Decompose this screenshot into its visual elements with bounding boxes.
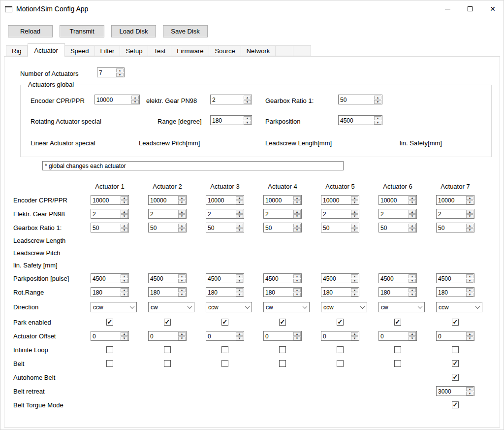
belt-checkbox-4[interactable] <box>279 360 286 367</box>
spin-up-button[interactable]: ▲ <box>409 196 416 200</box>
spin-up-button[interactable]: ▲ <box>466 332 473 336</box>
actuator-offset-spinner-2[interactable]: 0▲▼ <box>148 331 187 341</box>
number-of-actuators-spinner[interactable]: 7▲▼ <box>97 67 125 77</box>
actuator-offset-spinner-6[interactable]: 0▲▼ <box>378 331 417 341</box>
actuator-offset-spinner-3[interactable]: 0▲▼ <box>206 331 244 341</box>
spin-down-button[interactable]: ▼ <box>466 279 473 283</box>
belt-checkbox-6[interactable] <box>394 360 401 367</box>
spin-up-button[interactable]: ▲ <box>351 210 358 214</box>
infinite-loop-checkbox-2[interactable] <box>164 346 171 353</box>
range-degree-global-spinner[interactable]: 180▲▼ <box>210 115 252 125</box>
spin-up-button[interactable]: ▲ <box>121 210 128 214</box>
spin-up-button[interactable]: ▲ <box>178 332 186 336</box>
parkposition-pulse-spinner-5[interactable]: 4500▲▼ <box>321 273 359 283</box>
belt-retreat-spinner-7[interactable]: 3000▲▼ <box>436 386 474 396</box>
tab-test[interactable]: Test <box>148 45 171 56</box>
elektr-gear-pn98-global-spinner[interactable]: 2▲▼ <box>210 95 252 104</box>
rot-range-spinner-4[interactable]: 180▲▼ <box>263 287 302 297</box>
spin-down-button[interactable]: ▼ <box>293 279 301 283</box>
park-enabled-checkbox-7[interactable]: ✓ <box>452 319 459 326</box>
parkposition-pulse-spinner-3[interactable]: 4500▲▼ <box>206 273 244 283</box>
spin-down-button[interactable]: ▼ <box>236 293 243 297</box>
spin-down-button[interactable]: ▼ <box>121 228 128 232</box>
gearbox-ratio-1-spinner-1[interactable]: 50▲▼ <box>91 223 129 232</box>
spin-down-button[interactable]: ▼ <box>121 293 128 297</box>
spin-down-button[interactable]: ▼ <box>236 228 243 232</box>
spin-down-button[interactable]: ▼ <box>121 336 128 340</box>
spin-down-button[interactable]: ▼ <box>131 100 139 104</box>
spin-down-button[interactable]: ▼ <box>293 336 301 340</box>
parkposition-pulse-spinner-2[interactable]: 4500▲▼ <box>148 273 187 283</box>
infinite-loop-checkbox-4[interactable] <box>279 346 286 353</box>
spin-up-button[interactable]: ▲ <box>236 210 243 214</box>
spin-up-button[interactable]: ▲ <box>351 196 358 200</box>
belt-checkbox-1[interactable] <box>106 360 113 367</box>
spin-up-button[interactable]: ▲ <box>121 288 128 292</box>
spin-up-button[interactable]: ▲ <box>409 224 416 228</box>
spin-down-button[interactable]: ▼ <box>351 214 358 218</box>
save-disk-button[interactable]: Save Disk <box>163 25 208 37</box>
gearbox-ratio-1-spinner-4[interactable]: 50▲▼ <box>263 223 302 232</box>
spin-up-button[interactable]: ▲ <box>293 288 301 292</box>
spin-up-button[interactable]: ▲ <box>121 196 128 200</box>
spin-down-button[interactable]: ▼ <box>466 200 473 204</box>
spin-down-button[interactable]: ▼ <box>121 200 128 204</box>
spin-down-button[interactable]: ▼ <box>121 214 128 218</box>
spin-up-button[interactable]: ▲ <box>293 196 301 200</box>
elektr-gear-pn98-spinner-6[interactable]: 2▲▼ <box>378 209 417 219</box>
spin-down-button[interactable]: ▼ <box>351 228 358 232</box>
direction-dropdown-4[interactable]: cw <box>263 302 310 312</box>
park-enabled-checkbox-1[interactable]: ✓ <box>106 319 113 326</box>
tab-source[interactable]: Source <box>209 45 241 56</box>
spin-up-button[interactable]: ▲ <box>116 68 124 72</box>
spin-down-button[interactable]: ▼ <box>351 336 358 340</box>
minimize-button[interactable] <box>436 0 459 18</box>
spin-up-button[interactable]: ▲ <box>409 332 416 336</box>
spin-down-button[interactable]: ▼ <box>236 200 243 204</box>
infinite-loop-checkbox-7[interactable] <box>452 346 459 353</box>
spin-down-button[interactable]: ▼ <box>466 228 473 232</box>
spin-up-button[interactable]: ▲ <box>178 224 186 228</box>
rot-range-spinner-3[interactable]: 180▲▼ <box>206 287 244 297</box>
spin-down-button[interactable]: ▼ <box>236 279 243 283</box>
encoder-cpr-ppr-spinner-1[interactable]: 10000▲▼ <box>91 195 129 205</box>
encoder-cpr-ppr-global-spinner[interactable]: 10000▲▼ <box>94 95 140 104</box>
gearbox-ratio-1-spinner-2[interactable]: 50▲▼ <box>148 223 187 232</box>
direction-dropdown-6[interactable]: cw <box>378 302 425 312</box>
spin-down-button[interactable]: ▼ <box>116 73 124 77</box>
spin-up-button[interactable]: ▲ <box>293 210 301 214</box>
spin-down-button[interactable]: ▼ <box>409 214 416 218</box>
spin-down-button[interactable]: ▼ <box>466 293 473 297</box>
elektr-gear-pn98-spinner-7[interactable]: 2▲▼ <box>436 209 474 219</box>
tab-empty-9[interactable] <box>276 45 293 56</box>
parkposition-pulse-spinner-6[interactable]: 4500▲▼ <box>378 273 417 283</box>
global-note-input[interactable]: * global changes each actuator <box>42 161 344 170</box>
tab-rig[interactable]: Rig <box>6 45 28 56</box>
spin-down-button[interactable]: ▼ <box>374 100 381 104</box>
actuator-offset-spinner-5[interactable]: 0▲▼ <box>321 331 359 341</box>
spin-down-button[interactable]: ▼ <box>236 336 243 340</box>
rot-range-spinner-5[interactable]: 180▲▼ <box>321 287 359 297</box>
spin-down-button[interactable]: ▼ <box>351 200 358 204</box>
maximize-button[interactable] <box>459 0 481 18</box>
park-enabled-checkbox-2[interactable]: ✓ <box>164 319 171 326</box>
spin-up-button[interactable]: ▲ <box>293 332 301 336</box>
spin-up-button[interactable]: ▲ <box>121 332 128 336</box>
spin-up-button[interactable]: ▲ <box>466 387 473 391</box>
rot-range-spinner-2[interactable]: 180▲▼ <box>148 287 187 297</box>
spin-down-button[interactable]: ▼ <box>244 121 251 125</box>
spin-up-button[interactable]: ▲ <box>236 224 243 228</box>
spin-down-button[interactable]: ▼ <box>466 214 473 218</box>
direction-dropdown-2[interactable]: cw <box>148 302 194 312</box>
spin-up-button[interactable]: ▲ <box>244 96 251 99</box>
spin-up-button[interactable]: ▲ <box>293 224 301 228</box>
spin-down-button[interactable]: ▼ <box>293 293 301 297</box>
encoder-cpr-ppr-spinner-5[interactable]: 10000▲▼ <box>321 195 359 205</box>
spin-up-button[interactable]: ▲ <box>236 196 243 200</box>
spin-down-button[interactable]: ▼ <box>374 121 381 125</box>
spin-up-button[interactable]: ▲ <box>178 196 186 200</box>
spin-up-button[interactable]: ▲ <box>293 274 301 278</box>
actuator-offset-spinner-1[interactable]: 0▲▼ <box>91 331 129 341</box>
infinite-loop-checkbox-3[interactable] <box>221 346 228 353</box>
spin-up-button[interactable]: ▲ <box>236 288 243 292</box>
